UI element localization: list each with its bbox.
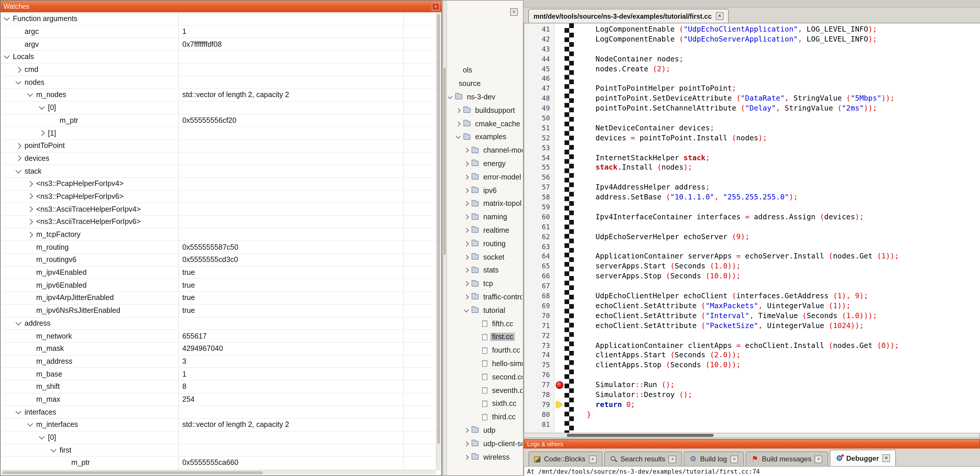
expand-icon[interactable] [464, 215, 469, 220]
scrollbar-thumb[interactable] [567, 434, 714, 437]
watch-row[interactable]: Function arguments [1, 13, 436, 26]
line-number[interactable]: 64 [524, 252, 555, 262]
watch-row[interactable]: <ns3::AsciiTraceHelperForIpv4> [1, 203, 436, 216]
line-number[interactable]: 42 [524, 35, 555, 45]
tree-item[interactable]: error-model [448, 171, 522, 184]
code-editor[interactable]: 41 LogComponentEnable ("UdpEchoClientApp… [523, 23, 980, 433]
code-line[interactable]: 77 Simulator::Run (); [524, 380, 980, 390]
file-tree-scrollbar[interactable] [443, 1, 447, 475]
breakpoint-margin[interactable] [555, 232, 565, 242]
expand-icon[interactable] [464, 241, 469, 246]
watches-vertical-scrollbar[interactable] [436, 13, 441, 470]
line-number[interactable]: 58 [524, 192, 555, 202]
collapse-icon[interactable] [456, 134, 461, 139]
breakpoint-margin[interactable] [555, 262, 565, 272]
line-number[interactable]: 77 [524, 380, 555, 390]
watch-row[interactable]: m_ipv4Enabledtrue [1, 267, 436, 279]
logs-tab-build-log[interactable]: ⚙Build log× [684, 452, 744, 466]
editor-horizontal-scrollbar[interactable] [523, 433, 980, 438]
watches-titlebar[interactable]: Watches × [1, 1, 441, 12]
watch-row[interactable]: Locals [1, 51, 436, 64]
line-number[interactable]: 68 [524, 291, 555, 301]
tree-item[interactable]: channel-mod [448, 144, 522, 157]
tree-item[interactable]: hello-simul [448, 357, 522, 371]
line-number[interactable]: 52 [524, 133, 555, 143]
watch-row[interactable]: m_ipv6NsRsJitterEnabledtrue [1, 305, 436, 317]
tree-item[interactable]: third.cc [448, 410, 522, 424]
code-line[interactable]: 43 [524, 45, 980, 54]
breakpoint-margin[interactable] [555, 222, 565, 232]
tree-item[interactable]: ipv6 [448, 184, 522, 197]
code-line[interactable]: 69 echoClient.SetAttribute ("MaxPackets"… [524, 301, 980, 311]
watch-row[interactable]: m_interfacesstd::vector of length 2, cap… [1, 419, 436, 431]
line-number[interactable]: 75 [524, 361, 555, 371]
watch-row[interactable]: <ns3::AsciiTraceHelperForIpv6> [1, 216, 436, 228]
code-line[interactable]: 74 clientApps.Start (Seconds (2.0)); [524, 351, 980, 361]
line-number[interactable]: 57 [524, 183, 555, 193]
tree-item[interactable]: ns-3-dev [448, 90, 522, 104]
breakpoint-margin[interactable] [555, 94, 565, 104]
watch-row[interactable]: first [1, 444, 436, 457]
tree-item[interactable]: cmake_cache [448, 117, 522, 130]
code-line[interactable]: 79 return 0; [524, 400, 980, 410]
tree-item[interactable]: stats [448, 264, 522, 277]
watch-row[interactable]: [0] [1, 431, 436, 444]
breakpoint-margin[interactable] [555, 351, 565, 361]
tree-item[interactable]: realtime [448, 224, 522, 237]
breakpoint-margin[interactable] [555, 133, 565, 143]
line-number[interactable]: 60 [524, 212, 555, 222]
code-line[interactable]: 66 serverApps.Stop (Seconds (10.0)); [524, 272, 980, 281]
breakpoint-margin[interactable] [555, 331, 565, 341]
tree-item[interactable]: first.cc [448, 331, 522, 344]
line-number[interactable]: 70 [524, 311, 555, 321]
breakpoint-margin[interactable] [555, 420, 565, 430]
code-line[interactable]: 71 echoClient.SetAttribute ("PacketSize"… [524, 321, 980, 331]
tree-item[interactable]: fourth.cc [448, 343, 522, 357]
tree-item[interactable]: ols [448, 64, 522, 77]
line-number[interactable]: 76 [524, 370, 555, 380]
breakpoint-margin[interactable] [555, 202, 565, 212]
collapse-icon[interactable] [448, 94, 452, 99]
expand-icon[interactable] [464, 255, 469, 260]
breakpoint-margin[interactable] [555, 54, 565, 64]
expand-icon[interactable] [464, 148, 469, 153]
code-line[interactable]: 78 Simulator::Destroy (); [524, 390, 980, 400]
tree-item[interactable]: tutorial [448, 304, 522, 317]
breakpoint-margin[interactable] [555, 153, 565, 163]
code-line[interactable]: 63 [524, 242, 980, 252]
code-line[interactable]: 44 NodeContainer nodes; [524, 54, 980, 64]
collapse-icon[interactable] [51, 446, 56, 452]
collapse-icon[interactable] [27, 91, 33, 97]
tree-item[interactable]: second.cc [448, 371, 522, 384]
code-line[interactable]: 50 [524, 113, 980, 123]
code-line[interactable]: 41 LogComponentEnable ("UdpEchoClientApp… [524, 24, 980, 35]
tree-item[interactable]: routing [448, 237, 522, 251]
watch-row[interactable]: m_tcpFactory [1, 228, 436, 241]
code-line[interactable]: 72 [524, 331, 980, 341]
tab-close-icon[interactable]: × [669, 455, 676, 463]
line-number[interactable]: 51 [524, 123, 555, 133]
watch-row[interactable]: m_ipv4ArpJitterEnabledtrue [1, 292, 436, 304]
watch-row[interactable]: cmd [1, 64, 436, 76]
line-number[interactable]: 48 [524, 94, 555, 104]
tree-item[interactable]: examples [448, 130, 522, 144]
breakpoint-margin[interactable] [555, 311, 565, 321]
code-line[interactable]: 59 [524, 202, 980, 212]
tree-item[interactable]: udp-client-ser [448, 437, 522, 450]
watch-row[interactable]: m_routingv60x5555555cd3c0 [1, 254, 436, 266]
expand-icon[interactable] [27, 181, 33, 187]
expand-icon[interactable] [464, 268, 469, 273]
tree-item[interactable]: socket [448, 250, 522, 264]
watches-horizontal-scrollbar[interactable] [1, 470, 436, 475]
collapse-icon[interactable] [4, 53, 10, 59]
line-number[interactable]: 80 [524, 410, 555, 420]
expand-icon[interactable] [27, 193, 33, 200]
code-line[interactable]: 48 pointToPoint.SetDeviceAttribute ("Dat… [524, 94, 980, 104]
breakpoint-margin[interactable] [555, 252, 565, 262]
breakpoint-margin[interactable] [555, 113, 565, 123]
tree-item[interactable]: udp [448, 424, 522, 437]
breakpoint-margin[interactable] [555, 104, 565, 113]
line-number[interactable]: 55 [524, 163, 555, 173]
tree-item[interactable]: energy [448, 157, 522, 171]
breakpoint-margin[interactable] [555, 400, 565, 410]
